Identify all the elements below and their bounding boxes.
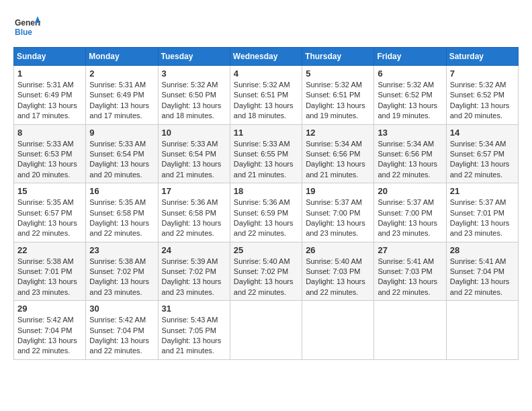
day-detail: Sunrise: 5:34 AMSunset: 6:56 PMDaylight:… [306,139,370,181]
day-number: 6 [378,68,442,79]
calendar-cell: 19Sunrise: 5:37 AMSunset: 7:00 PMDayligh… [302,183,374,242]
day-number: 22 [17,245,82,255]
calendar-cell: 9Sunrise: 5:33 AMSunset: 6:54 PMDaylight… [86,124,158,183]
day-detail: Sunrise: 5:41 AMSunset: 7:04 PMDaylight:… [450,257,515,298]
calendar-cell: 23Sunrise: 5:38 AMSunset: 7:02 PMDayligh… [86,242,158,301]
day-number: 27 [378,245,442,255]
calendar-cell: 5Sunrise: 5:32 AMSunset: 6:51 PMDaylight… [302,66,374,125]
day-number: 1 [17,68,82,79]
calendar-cell: 30Sunrise: 5:42 AMSunset: 7:04 PMDayligh… [86,301,158,360]
day-number: 20 [378,186,442,196]
day-number: 3 [162,68,226,79]
day-header-thursday: Thursday [302,48,374,66]
day-header-tuesday: Tuesday [158,48,230,66]
day-number: 10 [162,128,226,138]
day-number: 31 [162,304,226,314]
day-detail: Sunrise: 5:32 AMSunset: 6:51 PMDaylight:… [234,80,298,122]
calendar-cell: 27Sunrise: 5:41 AMSunset: 7:03 PMDayligh… [374,242,446,301]
day-header-sunday: Sunday [14,48,86,66]
day-number: 29 [17,304,82,314]
calendar-cell: 24Sunrise: 5:39 AMSunset: 7:02 PMDayligh… [158,242,230,301]
calendar-cell: 20Sunrise: 5:37 AMSunset: 7:00 PMDayligh… [374,183,446,242]
day-detail: Sunrise: 5:32 AMSunset: 6:52 PMDaylight:… [450,80,515,122]
calendar-table: SundayMondayTuesdayWednesdayThursdayFrid… [13,47,519,360]
calendar-cell: 17Sunrise: 5:36 AMSunset: 6:58 PMDayligh… [158,183,230,242]
calendar-cell: 11Sunrise: 5:33 AMSunset: 6:55 PMDayligh… [230,124,302,183]
day-number: 17 [162,186,226,196]
week-row-1: 1Sunrise: 5:31 AMSunset: 6:49 PMDaylight… [14,66,519,125]
day-number: 5 [306,68,370,79]
page-header: General Blue [13,13,519,40]
calendar-cell: 8Sunrise: 5:33 AMSunset: 6:53 PMDaylight… [14,124,86,183]
day-detail: Sunrise: 5:33 AMSunset: 6:54 PMDaylight:… [89,139,154,181]
calendar-cell: 7Sunrise: 5:32 AMSunset: 6:52 PMDaylight… [446,66,518,125]
day-header-friday: Friday [374,48,446,66]
day-detail: Sunrise: 5:38 AMSunset: 7:02 PMDaylight:… [89,257,154,298]
day-detail: Sunrise: 5:36 AMSunset: 6:58 PMDaylight:… [162,197,226,239]
day-number: 19 [306,186,370,196]
day-detail: Sunrise: 5:36 AMSunset: 6:59 PMDaylight:… [234,197,298,239]
day-number: 30 [89,304,154,314]
day-number: 8 [17,128,82,138]
calendar-cell: 3Sunrise: 5:32 AMSunset: 6:50 PMDaylight… [158,66,230,125]
day-number: 7 [450,68,515,79]
day-number: 13 [378,128,442,138]
calendar-cell: 10Sunrise: 5:33 AMSunset: 6:54 PMDayligh… [158,124,230,183]
calendar-cell: 26Sunrise: 5:40 AMSunset: 7:03 PMDayligh… [302,242,374,301]
week-row-3: 15Sunrise: 5:35 AMSunset: 6:57 PMDayligh… [14,183,519,242]
day-detail: Sunrise: 5:40 AMSunset: 7:03 PMDaylight:… [306,257,370,298]
day-detail: Sunrise: 5:32 AMSunset: 6:51 PMDaylight:… [306,80,370,122]
calendar-cell: 6Sunrise: 5:32 AMSunset: 6:52 PMDaylight… [374,66,446,125]
day-detail: Sunrise: 5:39 AMSunset: 7:02 PMDaylight:… [162,257,226,298]
day-detail: Sunrise: 5:33 AMSunset: 6:54 PMDaylight:… [162,139,226,181]
day-number: 18 [234,186,298,196]
day-detail: Sunrise: 5:41 AMSunset: 7:03 PMDaylight:… [378,257,442,298]
day-number: 16 [89,186,154,196]
calendar-cell [230,301,302,360]
calendar-header-row: SundayMondayTuesdayWednesdayThursdayFrid… [14,48,519,66]
day-number: 15 [17,186,82,196]
calendar-cell: 31Sunrise: 5:43 AMSunset: 7:05 PMDayligh… [158,301,230,360]
calendar-cell: 2Sunrise: 5:31 AMSunset: 6:49 PMDaylight… [86,66,158,125]
week-row-2: 8Sunrise: 5:33 AMSunset: 6:53 PMDaylight… [14,124,519,183]
day-detail: Sunrise: 5:32 AMSunset: 6:52 PMDaylight:… [378,80,442,122]
day-number: 25 [234,245,298,255]
day-detail: Sunrise: 5:34 AMSunset: 6:56 PMDaylight:… [378,139,442,181]
calendar-cell [302,301,374,360]
logo-svg: General Blue [13,13,40,40]
calendar-cell: 18Sunrise: 5:36 AMSunset: 6:59 PMDayligh… [230,183,302,242]
day-detail: Sunrise: 5:42 AMSunset: 7:04 PMDaylight:… [89,315,154,357]
calendar-cell: 16Sunrise: 5:35 AMSunset: 6:58 PMDayligh… [86,183,158,242]
day-header-wednesday: Wednesday [230,48,302,66]
day-header-monday: Monday [86,48,158,66]
calendar-cell: 4Sunrise: 5:32 AMSunset: 6:51 PMDaylight… [230,66,302,125]
calendar-cell [374,301,446,360]
calendar-cell: 28Sunrise: 5:41 AMSunset: 7:04 PMDayligh… [446,242,518,301]
day-detail: Sunrise: 5:35 AMSunset: 6:57 PMDaylight:… [17,197,82,239]
week-row-5: 29Sunrise: 5:42 AMSunset: 7:04 PMDayligh… [14,301,519,360]
svg-text:Blue: Blue [15,28,32,37]
day-detail: Sunrise: 5:31 AMSunset: 6:49 PMDaylight:… [89,80,154,122]
calendar-cell: 25Sunrise: 5:40 AMSunset: 7:02 PMDayligh… [230,242,302,301]
day-number: 26 [306,245,370,255]
day-detail: Sunrise: 5:34 AMSunset: 6:57 PMDaylight:… [450,139,515,181]
day-number: 14 [450,128,515,138]
day-detail: Sunrise: 5:37 AMSunset: 7:00 PMDaylight:… [378,197,442,239]
calendar-cell: 13Sunrise: 5:34 AMSunset: 6:56 PMDayligh… [374,124,446,183]
logo: General Blue [13,13,40,40]
day-number: 9 [89,128,154,138]
calendar-cell: 1Sunrise: 5:31 AMSunset: 6:49 PMDaylight… [14,66,86,125]
day-detail: Sunrise: 5:40 AMSunset: 7:02 PMDaylight:… [234,257,298,298]
day-number: 21 [450,186,515,196]
day-detail: Sunrise: 5:37 AMSunset: 7:01 PMDaylight:… [450,197,515,239]
day-number: 12 [306,128,370,138]
day-detail: Sunrise: 5:38 AMSunset: 7:01 PMDaylight:… [17,257,82,298]
day-header-saturday: Saturday [446,48,518,66]
day-detail: Sunrise: 5:42 AMSunset: 7:04 PMDaylight:… [17,315,82,357]
calendar-cell: 22Sunrise: 5:38 AMSunset: 7:01 PMDayligh… [14,242,86,301]
day-number: 4 [234,68,298,79]
day-detail: Sunrise: 5:35 AMSunset: 6:58 PMDaylight:… [89,197,154,239]
calendar-cell: 29Sunrise: 5:42 AMSunset: 7:04 PMDayligh… [14,301,86,360]
day-number: 23 [89,245,154,255]
calendar-cell: 12Sunrise: 5:34 AMSunset: 6:56 PMDayligh… [302,124,374,183]
